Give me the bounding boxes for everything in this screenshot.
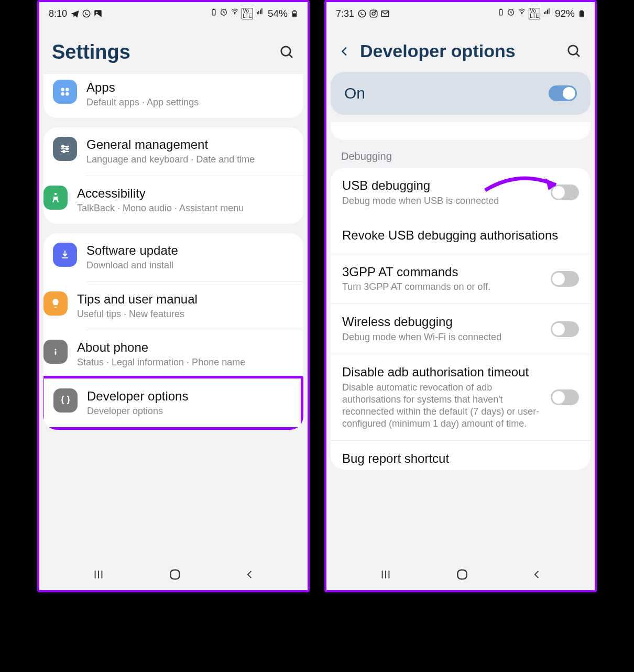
svg-rect-8 [258, 11, 259, 14]
toggle-switch[interactable] [551, 389, 579, 405]
svg-rect-32 [170, 570, 179, 579]
settings-row-tips[interactable]: Tips and user manual Useful tips · New f… [86, 281, 303, 330]
apps-icon [53, 80, 77, 104]
svg-point-14 [281, 46, 291, 56]
svg-point-19 [65, 92, 69, 96]
settings-list: Apps Default apps · App settings General… [39, 74, 308, 559]
settings-group: Software update Download and install Tip… [43, 233, 303, 430]
status-time: 8:10 [49, 8, 67, 19]
navigation-bar [326, 559, 595, 590]
svg-line-50 [576, 53, 580, 56]
svg-rect-42 [544, 12, 545, 14]
setting-3gpp[interactable]: 3GPP AT commands Turn 3GPP AT commands o… [331, 254, 591, 304]
alarm-icon [220, 8, 228, 16]
svg-rect-43 [545, 11, 546, 14]
settings-row-general[interactable]: General management Language and keyboard… [43, 127, 303, 175]
settings-row-software-update[interactable]: Software update Download and install [43, 233, 303, 281]
settings-row-about[interactable]: About phone Status · Legal information ·… [86, 330, 303, 378]
battery-saver-icon [210, 8, 217, 16]
svg-point-18 [61, 92, 64, 96]
svg-rect-3 [212, 9, 215, 15]
row-subtitle: Developer options [87, 405, 291, 417]
svg-point-25 [63, 150, 65, 153]
setting-wireless-debugging[interactable]: Wireless debugging Debug mode when Wi-Fi… [331, 304, 591, 354]
svg-rect-7 [257, 12, 258, 14]
recents-button[interactable] [92, 569, 105, 580]
back-icon[interactable] [339, 46, 351, 57]
setting-title: Wireless debugging [342, 315, 542, 330]
master-toggle-switch[interactable] [549, 85, 577, 101]
svg-point-17 [65, 88, 69, 91]
row-title: Apps [86, 80, 294, 95]
general-icon [53, 137, 77, 161]
developer-content: On Debugging USB debugging Debug mode wh… [326, 72, 595, 559]
back-button[interactable] [532, 568, 542, 581]
partial-card-above [331, 122, 591, 140]
whatsapp-icon [357, 9, 367, 18]
image-icon [93, 9, 103, 18]
page-title: Developer options [360, 41, 557, 61]
accessibility-icon [43, 186, 68, 210]
svg-rect-12 [293, 10, 296, 11]
settings-row-developer-options[interactable]: Developer options Developer options [44, 378, 301, 427]
braces-icon [53, 388, 78, 413]
home-button[interactable] [168, 568, 182, 581]
setting-bug-report[interactable]: Bug report shortcut [331, 440, 591, 470]
highlight-annotation: Developer options Developer options [43, 376, 303, 429]
battery-icon [291, 8, 298, 19]
svg-point-33 [358, 10, 366, 17]
battery-percent: 92% [555, 8, 575, 19]
row-subtitle: Useful tips · New features [77, 308, 294, 320]
settings-row-apps[interactable]: Apps Default apps · App settings [43, 74, 303, 118]
search-icon[interactable] [566, 44, 582, 59]
status-bar: 7:31 VoLTE 92% [326, 2, 595, 25]
home-button[interactable] [455, 568, 469, 581]
row-subtitle: TalkBack · Mono audio · Assistant menu [77, 202, 294, 214]
setting-subtitle: Disable automatic revocation of adb auth… [342, 382, 542, 430]
setting-title: Revoke USB debugging authorisations [342, 228, 579, 243]
toggle-switch[interactable] [551, 271, 579, 287]
toggle-switch[interactable] [551, 321, 579, 337]
telegram-icon [70, 9, 80, 18]
svg-rect-28 [55, 351, 57, 355]
svg-point-35 [372, 12, 375, 15]
battery-percent: 54% [268, 8, 288, 19]
master-toggle-row[interactable]: On [331, 72, 591, 115]
setting-revoke-usb[interactable]: Revoke USB debugging authorisations [331, 218, 591, 254]
settings-row-accessibility[interactable]: Accessibility TalkBack · Mono audio · As… [86, 176, 303, 224]
svg-point-26 [54, 193, 57, 195]
navigation-bar [39, 559, 308, 590]
svg-point-23 [62, 145, 64, 147]
status-bar: 8:10 VoLTE 54% [39, 2, 308, 25]
alarm-icon [507, 8, 515, 16]
battery-icon [578, 8, 585, 19]
svg-point-0 [83, 10, 90, 17]
svg-point-24 [66, 148, 68, 150]
row-subtitle: Default apps · App settings [86, 96, 294, 109]
svg-point-41 [522, 14, 522, 14]
section-label: Debugging [331, 143, 591, 168]
search-icon[interactable] [279, 45, 295, 60]
svg-point-16 [61, 88, 64, 91]
setting-usb-debugging[interactable]: USB debugging Debug mode when USB is con… [331, 168, 591, 218]
row-title: Developer options [87, 388, 291, 404]
gmail-icon [380, 9, 390, 18]
row-subtitle: Language and keyboard · Date and time [86, 154, 294, 166]
back-button[interactable] [245, 568, 255, 581]
status-icons-left [70, 9, 103, 18]
setting-subtitle: Turn 3GPP AT commands on or off. [342, 281, 542, 293]
settings-group: General management Language and keyboard… [43, 127, 303, 224]
svg-point-36 [375, 11, 376, 12]
setting-adb-timeout[interactable]: Disable adb authorisation timeout Disabl… [331, 354, 591, 440]
svg-rect-44 [547, 10, 548, 14]
phone-developer-options: 7:31 VoLTE 92% Developer options O [324, 0, 597, 592]
svg-point-6 [235, 14, 235, 14]
row-subtitle: Status · Legal information · Phone name [77, 356, 294, 368]
volte-icon: VoLTE [242, 8, 253, 19]
status-icons-right: VoLTE [210, 8, 265, 19]
setting-title: 3GPP AT commands [342, 265, 542, 280]
toggle-switch[interactable] [551, 185, 579, 200]
master-toggle-label: On [344, 84, 365, 102]
recents-button[interactable] [379, 569, 392, 580]
svg-rect-55 [457, 570, 466, 579]
